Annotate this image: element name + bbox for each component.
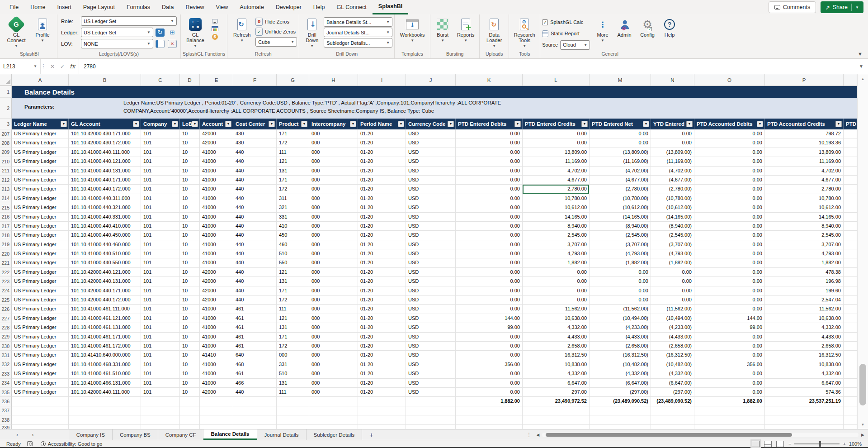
- cell[interactable]: 2,658.00: [765, 342, 844, 351]
- cell[interactable]: 10: [180, 388, 200, 397]
- cell[interactable]: [844, 314, 857, 323]
- name-box[interactable]: L213 ▼: [0, 59, 41, 74]
- filter-button[interactable]: ▼: [757, 121, 763, 127]
- cell[interactable]: 321: [277, 203, 309, 212]
- scroll-left-icon[interactable]: ◀: [536, 433, 539, 437]
- cell[interactable]: 410: [277, 222, 309, 231]
- cell[interactable]: 0.00: [456, 213, 523, 222]
- cell[interactable]: 101.10.41000.440.450.000: [69, 231, 141, 240]
- cell[interactable]: [309, 397, 358, 406]
- cell[interactable]: [277, 397, 309, 406]
- filter-button[interactable]: ▼: [686, 121, 693, 127]
- cell[interactable]: (11,169.00): [590, 157, 651, 166]
- cell[interactable]: 000: [309, 314, 358, 323]
- cell[interactable]: (3,707.00): [651, 240, 694, 249]
- cell[interactable]: 10: [180, 360, 200, 369]
- cell[interactable]: 10,780.00: [765, 194, 844, 203]
- cell[interactable]: 01-20: [358, 268, 406, 277]
- cell[interactable]: 42000: [200, 286, 233, 295]
- cell[interactable]: 10: [180, 185, 200, 194]
- cell[interactable]: [69, 397, 141, 406]
- horizontal-scroll-track[interactable]: [542, 433, 859, 437]
- cell[interactable]: [844, 406, 857, 415]
- cell[interactable]: 11,169.00: [523, 157, 590, 166]
- row-header-220[interactable]: 220: [0, 249, 12, 258]
- cell[interactable]: 0.00: [456, 249, 523, 258]
- horizontal-scroll-thumb[interactable]: [546, 433, 792, 437]
- cell[interactable]: 01-20: [358, 314, 406, 323]
- row-header-221[interactable]: 221: [0, 258, 12, 267]
- cell[interactable]: (23,489,090.52): [651, 397, 694, 406]
- ribbon-tab-developer[interactable]: Developer: [270, 0, 307, 14]
- cell[interactable]: 430: [233, 129, 277, 138]
- cell[interactable]: 0.00: [694, 213, 765, 222]
- cell[interactable]: USD: [406, 305, 456, 314]
- cell[interactable]: 000: [309, 185, 358, 194]
- cell[interactable]: [765, 406, 844, 415]
- cell[interactable]: 0.00: [456, 295, 523, 305]
- cell[interactable]: 101: [141, 231, 180, 240]
- cell[interactable]: 41000: [200, 157, 233, 166]
- cell[interactable]: 0.00: [456, 379, 523, 388]
- cell[interactable]: 440: [233, 148, 277, 157]
- source-select[interactable]: Cloud▼: [560, 40, 590, 50]
- row-header-217[interactable]: 217: [0, 222, 12, 231]
- column-header-B[interactable]: B: [69, 74, 141, 86]
- cell[interactable]: [69, 425, 141, 429]
- cell[interactable]: 41000: [200, 167, 233, 176]
- column-header-D[interactable]: D: [180, 74, 200, 86]
- cell[interactable]: 41000: [200, 148, 233, 157]
- filter-button[interactable]: ▼: [225, 121, 231, 127]
- cell[interactable]: 01-20: [358, 194, 406, 203]
- cell[interactable]: 331: [277, 360, 309, 369]
- cell[interactable]: 0.00: [590, 295, 651, 305]
- cell[interactable]: [844, 379, 857, 388]
- cell[interactable]: US Primary Ledger: [12, 222, 69, 231]
- cell[interactable]: 41000: [200, 185, 233, 194]
- scroll-right-icon[interactable]: ▶: [861, 433, 864, 437]
- cell[interactable]: 461: [233, 333, 277, 342]
- cell[interactable]: 41000: [200, 258, 233, 267]
- cell[interactable]: 101.10.42000.440.111.000: [69, 388, 141, 397]
- cell[interactable]: 01-20: [358, 286, 406, 295]
- cell[interactable]: US Primary Ledger: [12, 203, 69, 212]
- cell[interactable]: 101.10.42000.430.172.000: [69, 138, 141, 148]
- cell[interactable]: 0.00: [694, 176, 765, 185]
- cell[interactable]: 101: [141, 138, 180, 148]
- cell[interactable]: 4,332.00: [523, 369, 590, 378]
- cell[interactable]: 101: [141, 388, 180, 397]
- cell[interactable]: 101: [141, 213, 180, 222]
- cell[interactable]: 13,809.00: [523, 148, 590, 157]
- cell[interactable]: [844, 305, 857, 314]
- cell[interactable]: USD: [406, 222, 456, 231]
- row-header-229[interactable]: 229: [0, 333, 12, 342]
- cell[interactable]: 311: [277, 194, 309, 203]
- currency-tool-icon[interactable]: $: [212, 34, 218, 40]
- cell[interactable]: US Primary Ledger: [12, 277, 69, 286]
- row-header-225[interactable]: 225: [0, 295, 12, 305]
- cell[interactable]: [523, 425, 590, 429]
- cell[interactable]: 10: [180, 138, 200, 148]
- cell[interactable]: 10: [180, 323, 200, 332]
- filter-button[interactable]: ▼: [192, 121, 198, 127]
- cell[interactable]: (8,940.00): [590, 222, 651, 231]
- cell[interactable]: 41000: [200, 369, 233, 378]
- cell[interactable]: 41000: [200, 222, 233, 231]
- cell[interactable]: 01-20: [358, 305, 406, 314]
- cell[interactable]: [651, 415, 694, 424]
- cell[interactable]: 101.10.42000.440.121.000: [69, 268, 141, 277]
- cell[interactable]: [358, 397, 406, 406]
- cell[interactable]: US Primary Ledger: [12, 305, 69, 314]
- column-header-overflow[interactable]: [844, 74, 857, 86]
- cell[interactable]: 0.00: [694, 388, 765, 397]
- cell[interactable]: USD: [406, 286, 456, 295]
- cell[interactable]: 41000: [200, 360, 233, 369]
- cell[interactable]: 01-20: [358, 369, 406, 378]
- row-header-231[interactable]: 231: [0, 351, 12, 360]
- cell[interactable]: [141, 415, 180, 424]
- ledger-select[interactable]: US Ledger Set▼: [81, 28, 153, 37]
- row-header-233[interactable]: 233: [0, 369, 12, 378]
- cell[interactable]: 16,312.50: [523, 351, 590, 360]
- cell[interactable]: [844, 148, 857, 157]
- cell[interactable]: 41000: [200, 323, 233, 332]
